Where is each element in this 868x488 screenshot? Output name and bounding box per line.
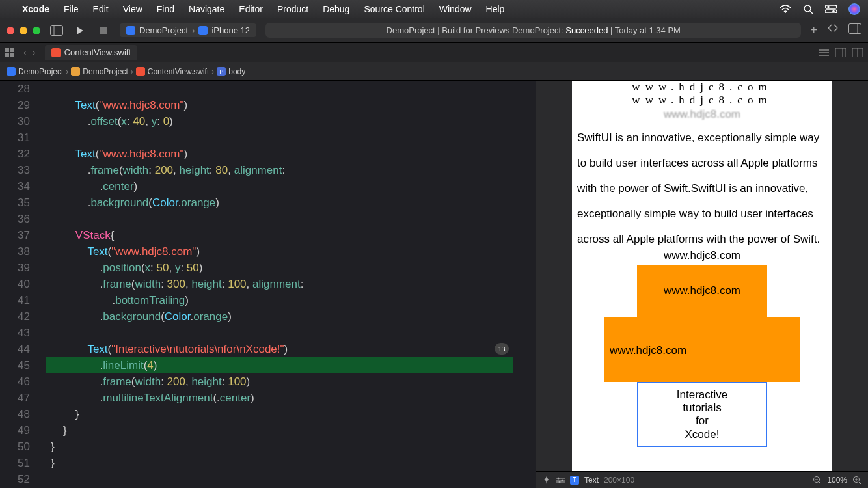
menu-view[interactable]: View <box>123 4 142 14</box>
svg-rect-3 <box>825 5 837 8</box>
status-time: | Today at 1:34 PM <box>610 25 681 35</box>
editor-options-icon[interactable] <box>819 49 829 57</box>
preview-text-blur: www.hdjc8.com <box>577 108 827 121</box>
svg-rect-9 <box>849 24 861 34</box>
scheme-project: DemoProject <box>139 25 188 35</box>
adjust-editor-icon[interactable] <box>852 48 863 57</box>
svg-rect-12 <box>10 48 14 52</box>
navigator-toggle-icon[interactable] <box>49 23 64 38</box>
chevron-right-icon: › <box>66 67 68 76</box>
stop-button[interactable] <box>96 23 111 38</box>
preview-paragraph: SwiftUI is an innovative, exceptionally … <box>577 125 827 252</box>
close-window-button[interactable] <box>7 27 14 34</box>
window-traffic-lights <box>7 27 40 34</box>
editor-tab-bar: ‹ › ContentView.swift <box>0 43 868 62</box>
zoom-window-button[interactable] <box>33 27 40 34</box>
wifi-icon[interactable] <box>780 5 791 14</box>
project-icon <box>7 67 16 76</box>
library-add-icon[interactable]: + <box>810 23 817 37</box>
preview-orange-label: www.hdjc8.com <box>610 344 686 357</box>
scheme-selector[interactable]: DemoProject › iPhone 12 <box>120 23 256 37</box>
preview-panel: www.hdjc8.com www.hdjc8.com www.hdjc8.co… <box>536 81 868 488</box>
svg-point-6 <box>832 10 835 13</box>
status-result: Succeeded <box>565 25 608 35</box>
preview-text-spaced: www.hdjc8.com <box>577 94 827 107</box>
svg-rect-7 <box>51 25 63 35</box>
preview-canvas[interactable]: www.hdjc8.com www.hdjc8.com www.hdjc8.co… <box>572 81 832 471</box>
breadcrumb-item[interactable]: DemoProject <box>83 67 128 76</box>
zoom-in-icon[interactable] <box>852 476 861 485</box>
menu-edit[interactable]: Edit <box>93 4 109 14</box>
menu-navigate[interactable]: Navigate <box>189 4 224 14</box>
back-button[interactable]: ‹ <box>21 47 29 57</box>
tab-contentview[interactable]: ContentView.swift <box>45 45 137 60</box>
svg-point-1 <box>804 5 811 12</box>
zoom-out-icon[interactable] <box>813 476 822 485</box>
diagnostic-badge[interactable]: 13 <box>495 343 509 355</box>
jump-bar[interactable]: DemoProject › DemoProject › ContentView.… <box>0 62 868 81</box>
preview-orange-frame-2: www.hdjc8.com <box>604 317 800 382</box>
code-review-icon[interactable] <box>826 23 839 37</box>
code-editor[interactable]: 13 2829303132333435363738394041424344454… <box>0 81 536 488</box>
menu-debug[interactable]: Debug <box>323 4 349 14</box>
svg-rect-13 <box>5 53 9 57</box>
selected-element-size: 200×100 <box>604 476 634 485</box>
menu-window[interactable]: Window <box>439 4 472 14</box>
minimize-window-button[interactable] <box>20 27 27 34</box>
svg-point-27 <box>559 481 561 483</box>
related-items-icon[interactable] <box>5 48 14 57</box>
svg-point-0 <box>785 12 786 13</box>
chevron-right-icon: › <box>211 67 214 76</box>
menu-product[interactable]: Product <box>277 4 308 14</box>
svg-rect-18 <box>835 48 846 57</box>
preview-line: Xcode! <box>685 428 720 441</box>
svg-line-2 <box>810 11 813 14</box>
chevron-right-icon: › <box>131 67 133 76</box>
preview-selected-text[interactable]: Interactive tutorials for Xcode! <box>637 382 767 447</box>
spotlight-icon[interactable] <box>803 4 813 14</box>
svg-line-34 <box>859 482 861 484</box>
svg-rect-4 <box>825 10 837 13</box>
inspector-toggle-icon[interactable] <box>848 23 861 37</box>
menu-find[interactable]: Find <box>157 4 174 14</box>
minimap-icon[interactable] <box>835 48 846 57</box>
xcode-toolbar: DemoProject › iPhone 12 DemoProject | Bu… <box>0 18 868 43</box>
run-button[interactable] <box>73 23 87 38</box>
text-element-icon: T <box>570 476 579 485</box>
swift-file-icon <box>51 48 61 57</box>
scheme-device: iPhone 12 <box>211 25 250 35</box>
status-prefix: DemoProject | Build for Previews DemoPro… <box>387 25 563 35</box>
svg-rect-14 <box>10 53 14 57</box>
chevron-right-icon: › <box>192 25 195 35</box>
forward-button[interactable]: › <box>30 47 38 57</box>
app-menu[interactable]: Xcode <box>22 4 49 14</box>
line-number-gutter: 2829303132333435363738394041424344454647… <box>0 81 39 487</box>
svg-point-5 <box>827 6 830 8</box>
menu-help[interactable]: Help <box>486 4 505 14</box>
pin-icon[interactable] <box>543 476 550 484</box>
breadcrumb-item[interactable]: body <box>228 67 245 76</box>
preview-line: Interactive <box>677 388 727 401</box>
svg-point-26 <box>562 479 563 481</box>
siri-icon[interactable] <box>848 3 860 15</box>
preview-text-spaced: www.hdjc8.com <box>577 81 827 94</box>
preview-orange-frame-1: www.hdjc8.com <box>637 265 767 317</box>
menu-editor[interactable]: Editor <box>239 4 263 14</box>
breadcrumb-item[interactable]: DemoProject <box>18 67 63 76</box>
activity-status[interactable]: DemoProject | Build for Previews DemoPro… <box>265 23 801 38</box>
folder-icon <box>71 67 80 76</box>
preview-line: tutorials <box>683 401 722 414</box>
swift-file-icon <box>136 67 145 76</box>
selected-element-label: Text <box>584 476 599 485</box>
property-icon: P <box>217 67 226 76</box>
preview-settings-icon[interactable] <box>556 477 565 483</box>
tab-label: ContentView.swift <box>64 47 131 57</box>
menu-source-control[interactable]: Source Control <box>364 4 424 14</box>
zoom-level[interactable]: 100% <box>827 476 847 485</box>
breadcrumb-item[interactable]: ContentView.swift <box>148 67 210 76</box>
code-content[interactable]: Text("www.hdjc8.com") .offset(x: 40, y: … <box>51 81 303 487</box>
control-center-icon[interactable] <box>825 5 837 13</box>
svg-line-30 <box>819 482 821 484</box>
menu-file[interactable]: File <box>64 4 79 14</box>
preview-line: for <box>696 414 709 427</box>
